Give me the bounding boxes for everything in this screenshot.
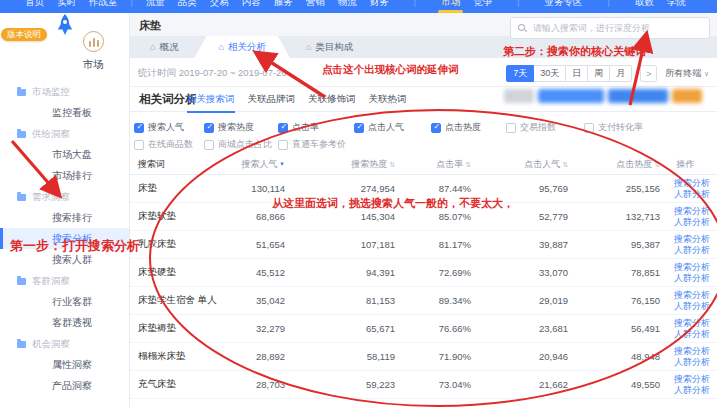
tab-概况[interactable]: ⌂概况 [134,36,194,58]
date-controls: 7天30天日周月 > 所有终端 ∨ [506,65,709,82]
search-input[interactable] [531,22,702,34]
sidebar-menu: 市场监控监控看板供给洞察市场大盘市场排行需求洞察搜索排行搜索分析搜索人群客群洞察… [0,81,129,396]
action-link-搜索分析[interactable]: 搜索分析 [674,178,715,189]
sidebar-item-客群透视[interactable]: 客群透视 [0,312,129,333]
nav-item-营销[interactable]: 营销 [306,0,325,9]
metric-checkbox-在线商品数[interactable]: 在线商品数 [134,138,204,151]
checkbox-icon [204,140,214,150]
column-header-点击率[interactable]: 点击率 ⇅ [397,158,473,171]
value-cell: 28,703 [233,379,287,390]
nav-item-品类[interactable]: 品类 [178,0,197,9]
checkbox-icon [506,123,516,133]
sidebar-group-客群洞察: 客群洞察 [0,270,129,291]
column-header-搜索热度[interactable]: 搜索热度 ⇅ [287,158,397,171]
date-filter-30天[interactable]: 30天 [534,65,566,82]
metric-checkbox-点击率[interactable]: 点击率 [278,121,354,134]
date-filter-月[interactable]: 月 [610,65,632,82]
sidebar-item-市场大盘[interactable]: 市场大盘 [0,144,129,165]
sub-tabs: 相关搜索词关联品牌词关联修饰词关联热词 [187,93,407,113]
sidebar-item-监控看板[interactable]: 监控看板 [0,102,129,123]
action-link-人群分析[interactable]: 人群分析 [674,329,715,340]
metric-checkbox-搜索人气[interactable]: 搜索人气 [134,121,204,134]
action-link-搜索分析[interactable]: 搜索分析 [674,318,715,329]
table-row: 乳胶床垫51,654107,18181.17%39,88795,387搜索分析人… [130,231,717,259]
version-badge[interactable]: 版本说明 [1,28,47,41]
nav-item-首页[interactable]: 首页 [25,0,44,9]
nav-item-学院[interactable]: 学院 [667,0,686,9]
row-actions: 搜索分析人群分析 [662,234,717,256]
sidebar-item-行业客群[interactable]: 行业客群 [0,291,129,312]
action-link-人群分析[interactable]: 人群分析 [674,189,715,200]
metric-checkbox-直通车参考价[interactable]: 直通车参考价 [278,138,354,151]
nav-item-市场[interactable]: 市场 [441,0,460,9]
sidebar-item-搜索排行[interactable]: 搜索排行 [0,207,129,228]
column-header-点击热度[interactable]: 点击热度 ⇅ [570,158,662,171]
tab-类目构成[interactable]: ⌂类目构成 [290,36,369,58]
action-link-搜索分析[interactable]: 搜索分析 [674,206,715,217]
sidebar-item-搜索分析[interactable]: 搜索分析 [0,228,129,249]
subtab-相关搜索词[interactable]: 相关搜索词 [187,93,235,113]
metric-checkbox-点击人气[interactable]: 点击人气 [354,121,431,134]
table-row: 床垫130,114274,95487.44%95,769255,156搜索分析人… [130,175,717,203]
nav-item-物流[interactable]: 物流 [338,0,357,9]
metric-checkbox-商城点击占比[interactable]: 商城点击占比 [204,138,278,151]
nav-item-服务[interactable]: 服务 [274,0,293,9]
nav-item-竞争[interactable]: 竞争 [473,0,492,9]
value-cell: 32,279 [233,323,287,334]
column-header-搜索词[interactable]: 搜索词 [138,158,233,171]
nav-item-财务[interactable]: 财务 [370,0,389,9]
sidebar-app-market[interactable]: 市场 [58,31,128,72]
action-link-人群分析[interactable]: 人群分析 [674,301,715,312]
nav-item-内容[interactable]: 内容 [242,0,261,9]
nav-item-交易[interactable]: 交易 [210,0,229,9]
action-link-人群分析[interactable]: 人群分析 [674,217,715,228]
sidebar-item-市场排行[interactable]: 市场排行 [0,165,129,186]
action-link-搜索分析[interactable]: 搜索分析 [674,262,715,273]
date-filter-日[interactable]: 日 [566,65,588,82]
action-link-人群分析[interactable]: 人群分析 [674,385,715,396]
action-link-人群分析[interactable]: 人群分析 [674,357,715,368]
nav-item-实时[interactable]: 实时 [57,0,76,9]
value-cell: 87.44% [397,183,473,194]
tab-相关分析[interactable]: ⌂相关分析 [194,36,289,58]
nav-item-业务专区[interactable]: 业务专区 [545,0,583,9]
next-page-button[interactable]: > [640,65,657,82]
metric-checkbox-交易指数[interactable]: 交易指数 [506,121,584,134]
keywords-table: 搜索词搜索人气 ▼搜索热度 ⇅点击率 ⇅点击人气 ⇅点击热度 ⇅操作 床垫130… [130,155,717,399]
date-filter-7天[interactable]: 7天 [506,65,534,82]
keyword-search-box[interactable] [510,17,710,39]
sidebar-item-产品洞察[interactable]: 产品洞察 [0,375,129,396]
metric-checkbox-支付转化率[interactable]: 支付转化率 [584,121,674,134]
subtab-关联修饰词[interactable]: 关联修饰词 [308,93,356,113]
value-cell: 274,954 [287,183,397,194]
sidebar-item-属性洞察[interactable]: 属性洞察 [0,354,129,375]
date-filter-周[interactable]: 周 [588,65,610,82]
metric-checkbox-搜索热度[interactable]: 搜索热度 [204,121,278,134]
action-link-搜索分析[interactable]: 搜索分析 [674,346,715,357]
sidebar-group-市场监控: 市场监控 [0,81,129,102]
metric-checkbox-点击热度[interactable]: 点击热度 [431,121,506,134]
subtab-关联热词[interactable]: 关联热词 [369,93,407,113]
keyword-cell: 床垫 [138,182,233,195]
nav-item-作战室[interactable]: 作战室 [89,0,118,9]
column-header-点击人气[interactable]: 点击人气 ⇅ [473,158,570,171]
terminal-dropdown[interactable]: 所有终端 ∨ [665,67,709,80]
action-link-人群分析[interactable]: 人群分析 [674,273,715,284]
column-header-操作[interactable]: 操作 [662,158,717,171]
action-link-搜索分析[interactable]: 搜索分析 [674,234,715,245]
nav-item-取数[interactable]: 取数 [635,0,654,9]
value-cell: 107,181 [287,239,397,250]
column-header-搜索人气[interactable]: 搜索人气 ▼ [233,158,287,171]
subtab-关联品牌词[interactable]: 关联品牌词 [248,93,296,113]
nav-item-流量[interactable]: 流量 [146,0,165,9]
action-link-搜索分析[interactable]: 搜索分析 [674,374,715,385]
sidebar-item-搜索人群[interactable]: 搜索人群 [0,249,129,270]
sidebar: 版本说明 市场 市场监控监控看板供给洞察市场大盘市场排行需求洞察搜索排行搜索分析… [0,13,130,407]
filter-bar: 统计时间 2019-07-20 ~ 2019-07-26 7天30天日周月 > … [130,61,717,87]
folder-icon [17,194,26,201]
value-cell: 95,387 [570,239,662,250]
sort-icon: ⇅ [463,161,471,168]
action-link-搜索分析[interactable]: 搜索分析 [674,290,715,301]
action-link-人群分析[interactable]: 人群分析 [674,245,715,256]
value-cell: 255,156 [570,183,662,194]
